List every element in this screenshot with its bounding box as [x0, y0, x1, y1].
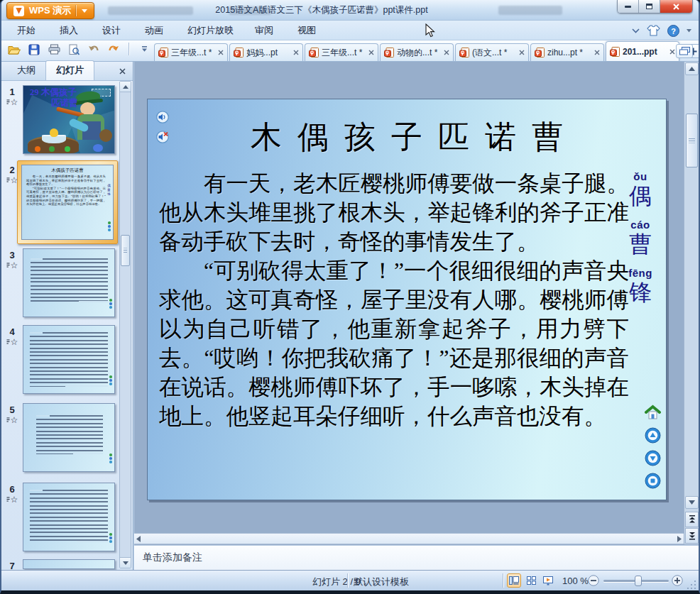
close-tab-icon[interactable] [368, 50, 374, 55]
menu-home[interactable]: 开始 [17, 24, 35, 37]
zoom-slider[interactable] [603, 580, 669, 582]
scroll-down-button[interactable] [120, 557, 131, 568]
close-button[interactable] [660, 0, 692, 13]
wps-app-button-label: WPS 演示 [29, 4, 71, 17]
art-ball [65, 146, 70, 152]
next-button[interactable] [645, 450, 661, 466]
close-tab-icon[interactable] [444, 50, 449, 55]
slide-thumbnail-7[interactable] [23, 559, 115, 569]
wps-app-button[interactable]: WPS 演示 [6, 2, 94, 19]
play-animation-button[interactable]: ☆ [3, 338, 21, 346]
doc-tab-2[interactable]: 妈妈...pt [229, 43, 303, 61]
normal-view-button[interactable] [507, 573, 521, 588]
scroll-up-button[interactable] [685, 62, 699, 75]
play-animation-button[interactable]: ☆ [3, 98, 21, 106]
divider [128, 43, 129, 55]
slide-thumbnail-4[interactable] [23, 325, 115, 394]
previous-slide-button[interactable] [685, 512, 699, 527]
play-animation-button[interactable]: ☆ [3, 495, 21, 504]
doc-tab-4[interactable]: 动物的...t * [380, 43, 454, 61]
print-button[interactable] [47, 43, 61, 57]
menu-animation[interactable]: 动画 [145, 24, 163, 37]
slideshow-button[interactable] [541, 573, 555, 588]
scroll-down-button[interactable] [685, 496, 699, 509]
scroll-up-button[interactable] [120, 82, 131, 92]
collapse-ribbon-icon[interactable] [632, 28, 640, 33]
main-horizontal-scrollbar[interactable] [134, 533, 684, 544]
doc-tab-6[interactable]: zihu...pt * [530, 43, 604, 61]
scrollbar-thumb[interactable] [121, 235, 130, 266]
zoom-in-button[interactable] [672, 575, 683, 586]
editing-area: 木偶孩子匹诺曹 有一天，老木匠樱桃师傅要做一条桌子腿。他从木头堆里挑了根木头，举… [134, 62, 699, 570]
zoom-slider-thumb[interactable] [635, 576, 642, 586]
doc-tab-1[interactable]: 三年级...t * [154, 43, 228, 61]
redo-button[interactable] [106, 43, 121, 57]
menu-view[interactable]: 视图 [297, 24, 316, 37]
slide-canvas[interactable]: 木偶孩子匹诺曹 有一天，老木匠樱桃师傅要做一条桌子腿。他从木头堆里挑了根木头，举… [147, 99, 667, 500]
speaker-icon [156, 111, 169, 123]
slide-thumb-entry-7: 7 [1, 559, 133, 570]
stop-button[interactable] [645, 473, 661, 489]
tab-outline[interactable]: 大纲 [7, 61, 45, 80]
undo-button[interactable] [87, 43, 101, 57]
help-icon[interactable]: ? [667, 25, 679, 37]
doc-tab-5[interactable]: (语文...t * [455, 43, 529, 61]
maximize-button[interactable] [639, 0, 660, 13]
open-button[interactable] [7, 43, 21, 57]
speaker-muted-icon [156, 131, 169, 143]
print-preview-button[interactable] [67, 43, 81, 57]
menu-review[interactable]: 审阅 [255, 24, 273, 37]
menu-slideshow[interactable]: 幻灯片放映 [187, 24, 234, 37]
save-button[interactable] [27, 43, 41, 57]
wps-presentation-window: WPS 演示 2015语文A版语文三下《木偶孩子匹诺曹》ppt课件.ppt 开始… [0, 0, 700, 594]
arrange-windows-button[interactable] [676, 44, 693, 58]
previous-button[interactable] [645, 427, 661, 444]
close-tab-icon[interactable] [519, 50, 525, 55]
close-panel-button[interactable] [117, 66, 128, 77]
slide-thumbnail-2-selected[interactable]: 木偶孩子匹诺曹 有一天，老木匠樱桃师傅要做一条桌子腿。他从木头堆里挑了根木头，举… [21, 165, 114, 240]
notes-pane[interactable]: 单击添加备注 [134, 545, 699, 570]
sound-muted-button[interactable] [156, 131, 169, 143]
scrollbar-thumb[interactable] [686, 114, 698, 167]
play-animation-button[interactable]: ☆ [3, 416, 21, 424]
resize-grip[interactable] [687, 579, 697, 589]
slide-thumbnail-1[interactable]: 29 木偶孩子匹诺曹 [23, 85, 115, 154]
pinyin-textbox[interactable]: ǒu 偶 cáo 曹 fēng 锋 [618, 170, 663, 315]
play-animation-button[interactable]: ☆ [3, 261, 21, 270]
doc-tab-active[interactable]: 201...ppt [606, 41, 679, 61]
minimize-button[interactable] [618, 0, 639, 13]
thumb-nav-dots [109, 453, 112, 464]
sidebar-scrollbar[interactable] [119, 81, 131, 568]
slide-thumbnail-3[interactable] [23, 248, 115, 317]
slide-thumbnail-6[interactable] [23, 483, 115, 551]
doc-tab-label: 201...ppt [623, 47, 667, 57]
next-slide-button[interactable] [685, 528, 699, 544]
more-dropdown-icon[interactable] [687, 29, 691, 33]
slide-title-textbox[interactable]: 木偶孩子匹诺曹 [148, 116, 666, 158]
thumbnail-text-lines [36, 415, 103, 454]
home-button[interactable] [645, 405, 661, 421]
arrow-left-icon[interactable] [136, 536, 141, 542]
close-tab-icon[interactable] [218, 50, 224, 55]
main-vertical-scrollbar[interactable] [684, 62, 699, 544]
toolbar-options-button[interactable] [137, 43, 151, 57]
arrow-right-icon[interactable] [677, 536, 682, 542]
sound-button[interactable] [156, 111, 169, 123]
slide-thumbnail-5[interactable] [23, 403, 115, 472]
zoom-out-button[interactable] [588, 575, 599, 586]
close-tab-icon[interactable] [293, 50, 299, 55]
menu-insert[interactable]: 插入 [60, 24, 78, 37]
slide-sorter-view-button[interactable] [524, 573, 538, 588]
cascade-windows-icon [679, 47, 690, 55]
transition-mini-icon [6, 263, 10, 268]
doc-tab-3[interactable]: 三年级...t * [305, 43, 378, 61]
toolbar: 三年级...t * 妈妈...pt 三年级...t * 动物的...t * (语 [1, 40, 699, 62]
close-tab-icon[interactable] [594, 50, 600, 55]
slide-paragraph: 有一天，老木匠樱桃师傅要做一条桌子腿。他从木头堆里挑了根木头，举起锋利的斧子正准… [159, 169, 629, 256]
double-chevron-up-icon [689, 515, 696, 524]
tab-slides[interactable]: 幻灯片 [45, 60, 94, 80]
menu-design[interactable]: 设计 [102, 24, 121, 37]
slide-body-textbox[interactable]: 有一天，老木匠樱桃师傅要做一条桌子腿。他从木头堆里挑了根木头，举起锋利的斧子正准… [159, 169, 629, 431]
skin-shirt-icon[interactable] [647, 25, 660, 36]
close-tab-icon[interactable] [669, 49, 675, 55]
